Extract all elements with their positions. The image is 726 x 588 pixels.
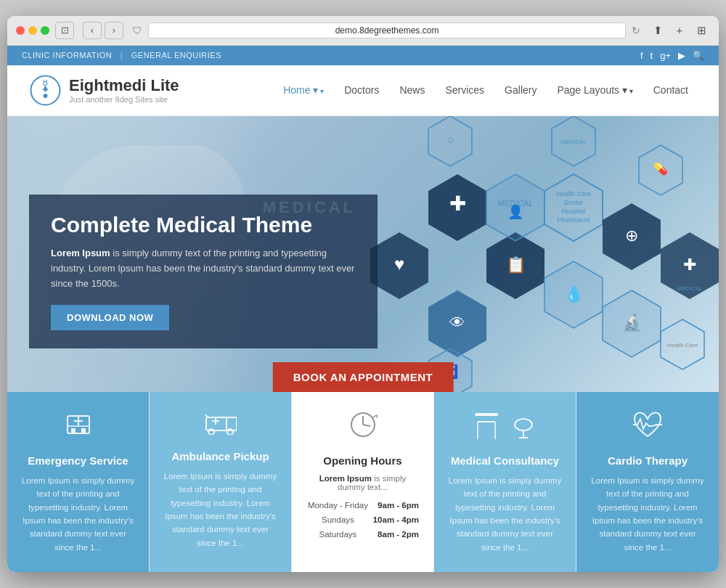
hero-overlay: MEDICAL Complete Medical Theme Lorem Ips… <box>29 195 378 348</box>
grid-button[interactable]: ⊞ <box>693 22 710 39</box>
svg-text:Doctor: Doctor <box>564 199 584 206</box>
svg-rect-36 <box>215 417 216 425</box>
service-hours: Opening Hours Lorem Ipsum is simply dumm… <box>292 392 434 572</box>
svg-text:MEDICAL: MEDICAL <box>560 139 587 145</box>
hours-icon <box>305 410 420 446</box>
logo-text: Eightmedi Lite Just another 8deg Sites s… <box>69 76 179 104</box>
cardio-desc: Lorem Ipsum is simply dummy text of the … <box>590 474 706 554</box>
twitter-link[interactable]: t <box>650 50 653 61</box>
svg-rect-32 <box>81 428 86 433</box>
svg-marker-6 <box>298 116 341 166</box>
consultancy-desc: Lorem Ipsum is simply dummy text of the … <box>447 474 563 554</box>
top-bar-left: CLINIC INFORMATION | GENERAL ENQUIRIES <box>22 51 221 60</box>
hours-time-1: 9am - 6pm <box>371 499 419 512</box>
nav-services[interactable]: Services <box>436 78 493 102</box>
cardio-icon <box>590 410 706 446</box>
book-appointment-button[interactable]: Book AN APPOINTMENT <box>273 362 454 392</box>
google-link[interactable]: g+ <box>660 50 671 61</box>
hours-intro-bold: Lorem Ipsum <box>319 474 372 483</box>
youtube-link[interactable]: ▶ <box>678 50 685 61</box>
forward-button[interactable]: › <box>105 22 123 39</box>
security-icon: 🛡 <box>132 25 142 36</box>
top-bar: CLINIC INFORMATION | GENERAL ENQUIRIES f… <box>7 46 719 65</box>
svg-text:Hospital: Hospital <box>562 208 586 215</box>
separator: | <box>121 51 123 60</box>
emergency-title: Emergency Service <box>20 454 136 467</box>
hours-row-1: Monday - Friday 9am - 6pm <box>306 499 419 512</box>
close-dot[interactable] <box>16 26 25 35</box>
hero-watermark: MEDICAL <box>263 198 356 217</box>
browser-dots <box>16 26 49 35</box>
main-nav: Home ▾ Doctors News Services Gallery Pag… <box>274 78 697 102</box>
svg-text:💊: 💊 <box>653 162 668 176</box>
svg-text:○: ○ <box>446 134 454 146</box>
browser-nav: ‹ › <box>83 22 123 39</box>
hours-day-3: Saturdays <box>306 528 370 541</box>
maximize-dot[interactable] <box>41 26 49 35</box>
svg-text:Health Care: Health Care <box>667 342 698 348</box>
hours-row-3: Saturdays 8am - 2pm <box>306 528 419 541</box>
browser-actions: ⬆ + ⊞ <box>649 22 710 39</box>
svg-marker-34 <box>227 417 237 430</box>
nav-doctors[interactable]: Doctors <box>335 78 388 102</box>
cardio-title: Cardio Therapy <box>590 454 706 467</box>
nav-contact[interactable]: Contact <box>645 78 697 102</box>
window-icon[interactable]: ⊡ <box>55 22 74 39</box>
svg-marker-5 <box>298 116 356 183</box>
service-emergency: Emergency Service Lorem Ipsum is simply … <box>7 392 150 572</box>
svg-text:♥: ♥ <box>394 254 404 274</box>
hours-table: Monday - Friday 9am - 6pm Sundays 10am -… <box>305 497 420 542</box>
add-tab-button[interactable]: + <box>671 22 688 39</box>
ambulance-title: Ambulance Pickup <box>163 450 278 462</box>
nav-home[interactable]: Home ▾ <box>274 78 333 102</box>
svg-text:💧: 💧 <box>564 284 584 303</box>
url-bar[interactable]: demo.8degreethemes.com <box>148 23 626 38</box>
service-ambulance: Ambulance Pickup Lorem Ipsum is simply d… <box>150 392 292 572</box>
back-button[interactable]: ‹ <box>83 22 102 39</box>
hours-time-2: 10am - 4pm <box>371 513 419 526</box>
hours-row-2: Sundays 10am - 4pm <box>306 513 419 526</box>
svg-text:👤: 👤 <box>507 204 524 220</box>
consultancy-title: Medical Consultancy <box>447 454 563 467</box>
nav-page-layouts[interactable]: Page Layouts ▾ <box>548 78 641 102</box>
svg-text:👁: 👁 <box>449 314 465 332</box>
book-btn-container: Book AN APPOINTMENT <box>273 362 454 392</box>
service-cardio: Cardio Therapy Lorem Ipsum is simply dum… <box>576 392 719 572</box>
services-strip: Emergency Service Lorem Ipsum is simply … <box>7 392 719 572</box>
search-link[interactable]: 🔍 <box>693 50 704 61</box>
refresh-icon[interactable]: ↻ <box>632 25 640 36</box>
svg-text:⊕: ⊕ <box>625 226 638 245</box>
svg-text:✚: ✚ <box>683 256 696 274</box>
emergency-icon <box>20 410 136 446</box>
nav-gallery[interactable]: Gallery <box>496 78 545 102</box>
enquiries-link[interactable]: GENERAL ENQUIRIES <box>131 51 221 60</box>
browser-window: ⊡ ‹ › 🛡 demo.8degreethemes.com ↻ ⬆ + ⊞ C… <box>7 16 719 572</box>
consultancy-icon <box>447 410 563 446</box>
svg-text:MEDICAL: MEDICAL <box>677 285 703 292</box>
browser-chrome: ⊡ ‹ › 🛡 demo.8degreethemes.com ↻ ⬆ + ⊞ <box>7 16 719 46</box>
hours-day-1: Monday - Friday <box>306 499 370 512</box>
share-button[interactable]: ⬆ <box>649 22 666 39</box>
clinic-info-link[interactable]: CLINIC INFORMATION <box>22 51 112 60</box>
logo-icon: ☿ <box>29 74 62 107</box>
hours-title: Opening Hours <box>305 454 420 467</box>
nav-news[interactable]: News <box>391 78 433 102</box>
site-subtitle: Just another 8deg Sites site <box>69 95 179 104</box>
download-button[interactable]: DOWNLOAD NOW <box>51 305 169 330</box>
svg-rect-43 <box>475 413 498 416</box>
service-consultancy: Medical Consultancy Lorem Ipsum is simpl… <box>434 392 576 572</box>
minimize-dot[interactable] <box>28 26 37 35</box>
ambulance-desc: Lorem Ipsum is simply dummy text of the … <box>163 470 278 550</box>
ambulance-icon <box>163 410 278 441</box>
hours-intro: Lorem Ipsum is simply dummy text... <box>305 474 420 491</box>
svg-text:Health Care: Health Care <box>556 190 591 197</box>
svg-text:✚: ✚ <box>449 192 466 215</box>
facebook-link[interactable]: f <box>640 50 643 61</box>
site-title: Eightmedi Lite <box>69 76 179 95</box>
logo: ☿ Eightmedi Lite Just another 8deg Sites… <box>29 74 179 107</box>
header: ☿ Eightmedi Lite Just another 8deg Sites… <box>7 65 719 116</box>
svg-text:Pharmacist: Pharmacist <box>557 216 590 224</box>
svg-text:🔬: 🔬 <box>622 313 643 332</box>
hero-section: ✚ ♥ 📋 👁 Health Care Doctor Hospital Phar… <box>7 116 719 392</box>
hero-text-bold: Lorem Ipsum <box>51 248 110 258</box>
